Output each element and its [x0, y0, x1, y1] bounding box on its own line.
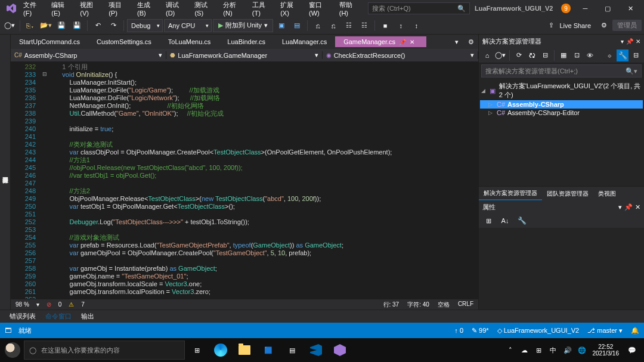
tab-class-view[interactable]: 类视图	[593, 188, 621, 200]
platform-dropdown[interactable]: Any CPU	[164, 19, 212, 32]
notification-badge[interactable]: 9	[561, 4, 570, 13]
tray-onedrive-icon[interactable]: ☁	[518, 338, 532, 362]
close-tab-icon[interactable]: ✕	[410, 39, 414, 45]
server-explorer-strip[interactable]: 服务器资源管理器	[0, 35, 11, 310]
panel-dropdown-icon[interactable]: ▾	[621, 38, 624, 45]
panel-pin-icon[interactable]: 📌	[626, 38, 633, 45]
live-share-label[interactable]: Live Share	[559, 22, 591, 29]
categorize-icon[interactable]: ⊞	[481, 214, 496, 228]
props-icon[interactable]: ⊡	[571, 49, 583, 61]
menu-analyze[interactable]: 分析(N)	[219, 0, 247, 19]
save-button[interactable]: 💾	[54, 18, 69, 33]
sync-icon[interactable]: ⟳	[513, 49, 525, 61]
task-view-icon[interactable]: ⊞	[185, 338, 209, 362]
crumb-method[interactable]: ◉CheckExtractResource()▾	[323, 51, 478, 59]
tree-solution[interactable]: ◢▣解决方案'LuaFramework_UGUI_V2'(2 个项目, 共 2 …	[480, 81, 643, 100]
minimize-button[interactable]: ─	[574, 0, 597, 17]
tab-command-window[interactable]: 命令窗口	[41, 311, 76, 322]
tab-toluamenu[interactable]: ToLuaMenu.cs	[160, 36, 219, 47]
back-icon[interactable]: ◯▾	[494, 49, 506, 61]
publish-icon[interactable]: ↑ 0	[454, 327, 463, 334]
warning-icon[interactable]: ⚠	[69, 301, 74, 308]
props-pin-icon[interactable]: 📌	[624, 203, 633, 211]
tb-icon-2[interactable]: ▤	[290, 18, 304, 33]
collapse-icon[interactable]: ⊟	[539, 49, 551, 61]
action-center-icon[interactable]: 💬	[623, 338, 642, 362]
code-content[interactable]: 1 个引用 void OnInitialize() { LuaManager.I…	[49, 62, 478, 299]
taskbar-vscode[interactable]	[304, 338, 328, 362]
attach-button[interactable]: ▶附加到 Unity ▾	[213, 19, 273, 32]
tab-settings[interactable]: ⚙	[464, 35, 478, 49]
repo-indicator[interactable]: ◇ LuaFramework_UGUI_V2	[497, 327, 580, 335]
home-icon[interactable]: ⌂	[481, 49, 493, 61]
menu-view[interactable]: 视图(V)	[76, 0, 104, 19]
panel-close-icon[interactable]: ✕	[636, 38, 640, 45]
props-wrench-icon[interactable]: 🔧	[515, 214, 529, 228]
menu-test[interactable]: 测试(S)	[191, 0, 218, 19]
tree-project-2[interactable]: ▷C#Assembly-CSharp-Editor	[480, 109, 643, 117]
tab-output[interactable]: 输出	[76, 311, 99, 322]
tb-icon-1[interactable]: ▣	[274, 18, 289, 33]
taskbar-edge[interactable]	[209, 338, 233, 362]
tb-icon-8[interactable]: ↕	[394, 18, 408, 33]
taskbar-app2[interactable]: ▤	[280, 338, 304, 362]
save-all-button[interactable]: 💾	[70, 18, 84, 33]
quick-search[interactable]: 搜索 (Ctrl+Q)🔍	[368, 2, 470, 14]
wrench-icon[interactable]: 🔧	[617, 49, 628, 61]
tab-customsettings[interactable]: CustomSettings.cs	[88, 36, 160, 47]
menu-help[interactable]: 帮助(H)	[336, 0, 363, 19]
new-button[interactable]: ⎘▾	[23, 18, 38, 33]
props-dropdown-icon[interactable]: ▾	[618, 203, 622, 211]
menu-extensions[interactable]: 扩展(X)	[277, 0, 304, 19]
notification-icon[interactable]: 🔔	[631, 327, 639, 335]
show-all-icon[interactable]: ▦	[558, 49, 569, 61]
taskbar-vs[interactable]	[328, 338, 352, 362]
zoom-level[interactable]: 98 %	[16, 301, 29, 308]
tray-ime-icon[interactable]: 中	[546, 338, 561, 362]
tray-network-icon[interactable]: 🌐	[575, 338, 589, 362]
refresh-icon[interactable]: 🗘	[526, 49, 538, 61]
tree-project-1[interactable]: ▷C#Assembly-CSharp	[480, 100, 643, 109]
changes-icon[interactable]: ✎ 99*	[472, 327, 489, 335]
maximize-button[interactable]: ▢	[596, 0, 619, 17]
menu-tools[interactable]: 工具(T)	[249, 0, 275, 19]
tray-defender-icon[interactable]: ⊞	[532, 338, 546, 362]
tb-ext-icon[interactable]: ⚙	[597, 18, 611, 33]
tb-icon-6[interactable]: ☷	[357, 18, 371, 33]
tab-luamanager[interactable]: LuaManager.cs	[274, 36, 335, 47]
props-close-icon[interactable]: ✕	[635, 203, 640, 211]
menu-edit[interactable]: 编辑(E)	[48, 0, 75, 19]
menu-file[interactable]: 文件(F)	[20, 0, 47, 19]
view-icon[interactable]: ⟐	[603, 49, 615, 61]
tab-overflow[interactable]: ▾	[450, 35, 464, 49]
menu-build[interactable]: 生成(B)	[134, 0, 161, 19]
solution-search[interactable]: 搜索解决方案资源管理器(Ctrl+;)🔍▾	[481, 64, 642, 78]
windows-search[interactable]: ◯在这里输入你要搜索的内容	[24, 341, 185, 360]
menu-debug[interactable]: 调试(D)	[162, 0, 190, 19]
tab-team-explorer[interactable]: 团队资源管理器	[542, 188, 593, 200]
tab-startup[interactable]: StartUpCommand.cs	[11, 36, 88, 47]
tab-solution-explorer[interactable]: 解决方案资源管理器	[479, 187, 542, 200]
tab-gamemanager[interactable]: GameManager.cs📌✕	[335, 36, 426, 47]
tb-icon-5[interactable]: ☷	[342, 18, 356, 33]
pin-icon[interactable]: 📌	[399, 39, 406, 45]
menu-window[interactable]: 窗口(W)	[305, 0, 335, 19]
fold-gutter[interactable]: ⊟	[41, 62, 49, 299]
tb-icon-4[interactable]: ⎌	[326, 18, 340, 33]
start-avatar-icon[interactable]	[5, 342, 20, 358]
crumb-assembly[interactable]: C#Assembly-CSharp▾	[11, 51, 166, 59]
tb-icon-3[interactable]: ⎌	[311, 18, 325, 33]
close-button[interactable]: ✕	[619, 0, 642, 17]
tb-icon-7[interactable]: ■	[378, 18, 392, 33]
crumb-class[interactable]: ⬣LuaFramework.GameManager▾	[166, 51, 322, 59]
config-dropdown[interactable]: Debug	[127, 19, 163, 32]
menu-project[interactable]: 项目(P)	[105, 0, 132, 19]
taskbar-clock[interactable]: 22:522021/3/16	[589, 344, 623, 357]
taskbar-app1[interactable]: 🟦	[256, 338, 280, 362]
tray-up-icon[interactable]: ˄	[503, 338, 518, 362]
tab-error-list[interactable]: 错误列表	[5, 311, 41, 322]
tray-volume-icon[interactable]: 🔊	[561, 338, 575, 362]
taskbar-explorer[interactable]	[233, 338, 256, 362]
back-button[interactable]: ◯▾	[2, 18, 17, 33]
open-button[interactable]: 📂▾	[39, 18, 53, 33]
